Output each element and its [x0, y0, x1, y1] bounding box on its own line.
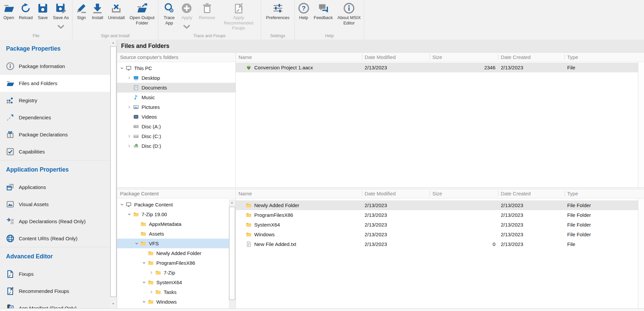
scroll-up-button[interactable]: ▲ — [110, 40, 116, 46]
checkbox-icon — [6, 147, 14, 156]
column-header-name[interactable]: Name — [236, 189, 362, 198]
tree-item-package-content[interactable]: Package Content — [117, 200, 235, 209]
tree-item-pictures[interactable]: Pictures — [117, 102, 235, 112]
tree-item-label: Videos — [142, 114, 157, 120]
sidebar-item-capabilities[interactable]: Capabilities — [0, 143, 110, 160]
sidebar-item-dependencies[interactable]: Dependencies — [0, 109, 110, 126]
scroll-up-button[interactable]: ▲ — [229, 199, 235, 206]
sidebar-heading-text: Application Properties — [6, 166, 69, 173]
sidebar-item-package-information[interactable]: Package Information — [0, 58, 110, 75]
package-section-header: Package Content NameDate ModifiedSizeDat… — [117, 189, 644, 198]
chevron-down-icon[interactable] — [141, 300, 147, 304]
sidebar-item-recommended-fixups[interactable]: Recommended Fixups — [0, 283, 110, 300]
column-header-size[interactable]: Size — [430, 189, 498, 198]
column-header-size[interactable]: Size — [430, 53, 498, 62]
tree-item-label: This PC — [134, 65, 152, 71]
file-row-conversion-project-1-aacx[interactable]: Conversion Project 1.aacx2/13/202323462/… — [236, 63, 638, 72]
chevron-down-icon[interactable] — [55, 21, 66, 32]
file-row-programfilesx86[interactable]: ProgramFilesX862/13/20232/13/2023File Fo… — [236, 210, 638, 220]
sidebar-item-files-and-folders[interactable]: Files and Folders — [0, 75, 110, 92]
column-header-name[interactable]: Name — [236, 53, 362, 62]
help-circle-icon: ? — [298, 3, 309, 14]
tree-item-programfilesx86[interactable]: ProgramFilesX86 — [117, 258, 235, 268]
sidebar-item-applications[interactable]: Applications — [0, 179, 110, 196]
tree-item-documents[interactable]: Documents — [117, 83, 235, 92]
chevron-right-icon[interactable] — [149, 270, 154, 275]
sidebar-item-fixups[interactable]: Fixups — [0, 265, 110, 283]
sign-button[interactable]: Sign — [74, 2, 88, 21]
folder-icon — [141, 241, 146, 246]
sidebar-item-label: Capabilities — [19, 149, 45, 154]
chevron-down-icon[interactable] — [181, 21, 192, 32]
package-tree-scrollbar[interactable]: ▲ — [229, 199, 235, 308]
sidebar-heading-text: Advanced Editor — [6, 253, 53, 260]
scroll-thumb[interactable] — [110, 46, 116, 297]
tree-item-disc-c[interactable]: Disc (C:) — [117, 131, 235, 141]
column-header-type[interactable]: Type — [565, 189, 644, 198]
trace-app-button[interactable]: TraceApp — [162, 2, 176, 26]
package-list-scrollbar[interactable] — [638, 198, 644, 308]
tree-item-7-zip[interactable]: 7-Zip — [117, 268, 235, 277]
chevron-right-icon[interactable] — [126, 105, 132, 109]
trash-icon — [202, 3, 213, 14]
source-list-scrollbar[interactable] — [638, 62, 644, 187]
tree-item-tasks[interactable]: Tasks — [117, 287, 235, 297]
file-name-cell: SystemX64 — [236, 222, 362, 228]
preferences-button[interactable]: Preferences — [265, 2, 291, 21]
column-header-date-modified[interactable]: Date Modified — [362, 53, 430, 62]
file-row-windows[interactable]: Windows2/13/20232/13/2023File Folder — [236, 230, 638, 239]
sidebar-item-label: Fixups — [19, 271, 34, 277]
chevron-right-icon[interactable] — [126, 134, 132, 138]
tree-item-this-pc[interactable]: This PC — [117, 63, 235, 73]
tree-item-systemx64[interactable]: SystemX64 — [117, 277, 235, 287]
sidebar-item-package-declarations[interactable]: Package Declarations — [0, 126, 110, 143]
chevron-down-icon[interactable] — [126, 212, 132, 216]
chevron-right-icon[interactable] — [126, 144, 132, 148]
chevron-down-icon[interactable] — [119, 202, 125, 207]
column-header-date-created[interactable]: Date Created — [498, 189, 565, 198]
tree-item-7-zip-19-00[interactable]: 7-Zip 19.00 — [117, 209, 235, 219]
chevron-down-icon[interactable] — [134, 241, 140, 246]
install-button[interactable]: Install — [91, 2, 105, 21]
sidebar-scrollbar[interactable]: ▲ ▼ — [110, 40, 117, 308]
tree-item-desktop[interactable]: Desktop — [117, 73, 235, 83]
chevron-right-icon[interactable] — [149, 290, 154, 294]
column-header-type[interactable]: Type — [565, 53, 644, 62]
save-button[interactable]: Save — [36, 2, 50, 21]
tree-item-newly-added-folder[interactable]: Newly Added Folder — [117, 248, 235, 258]
tree-item-vfs[interactable]: VFS — [117, 239, 235, 248]
tree-item-music[interactable]: Music — [117, 92, 235, 102]
column-header-date-modified[interactable]: Date Modified — [362, 189, 430, 198]
help-button[interactable]: ?Help — [297, 2, 311, 21]
file-row-newly-added-folder[interactable]: Newly Added Folder2/13/20232/13/2023File… — [236, 200, 638, 210]
tree-item-disc-d[interactable]: Disc (D:) — [117, 141, 235, 151]
chevron-right-icon[interactable] — [126, 76, 132, 80]
about-msix-editor-button[interactable]: About MSIXEditor — [336, 2, 362, 26]
sidebar-item-registry[interactable]: Registry — [0, 92, 110, 109]
chevron-down-icon[interactable] — [119, 66, 125, 70]
file-row-new-file-added-txt[interactable]: New File Added.txt2/13/202302/13/2023Fil… — [236, 239, 638, 249]
sidebar-item-app-declarations-read-only[interactable]: App Declarations (Read Only) — [0, 213, 110, 230]
open-button[interactable]: Open — [2, 2, 16, 21]
column-header-date-created[interactable]: Date Created — [498, 53, 565, 62]
open-output-folder-button[interactable]: Open OutputFolder — [128, 2, 156, 26]
sidebar-item-app-manifest-read-only[interactable]: App Manifest (Read Only) — [0, 300, 110, 308]
scroll-thumb[interactable] — [229, 207, 235, 300]
sidebar-item-content-uris-read-only[interactable]: Content URIs (Read Only) — [0, 230, 110, 247]
tree-item-appxmetadata[interactable]: AppxMetadata — [117, 219, 235, 229]
chevron-down-icon[interactable] — [141, 261, 147, 265]
folder-icon — [246, 232, 252, 237]
reload-button[interactable]: Reload — [17, 2, 34, 21]
tree-item-assets[interactable]: Assets — [117, 229, 235, 239]
chevron-down-icon[interactable] — [141, 280, 147, 285]
save-as-button[interactable]: Save As — [52, 2, 70, 33]
tree-item-disc-a[interactable]: Disc (A:) — [117, 122, 235, 131]
sidebar-item-label: Applications — [19, 184, 46, 190]
uninstall-button[interactable]: Uninstall — [107, 2, 126, 21]
file-row-systemx64[interactable]: SystemX642/13/20232/13/2023File Folder — [236, 220, 638, 230]
feedback-button[interactable]: Feedback — [312, 2, 334, 21]
tree-item-videos[interactable]: Videos — [117, 112, 235, 122]
scroll-down-button[interactable]: ▼ — [110, 301, 116, 307]
sidebar-item-visual-assets[interactable]: Visual Assets — [0, 196, 110, 213]
tree-item-windows[interactable]: Windows — [117, 297, 235, 307]
